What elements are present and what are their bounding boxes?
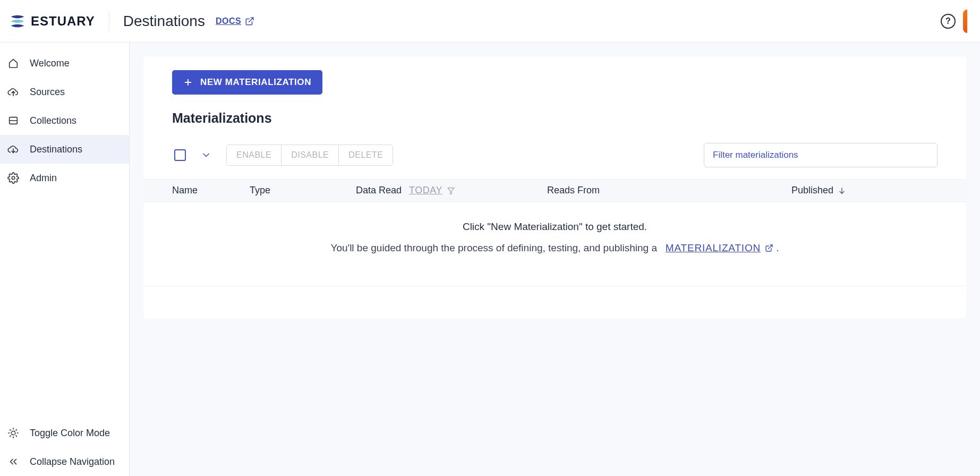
plus-icon (183, 78, 193, 87)
empty-line2b: . (776, 242, 779, 253)
empty-line2a: You'll be guided through the process of … (330, 242, 657, 253)
sidebar-item-collections[interactable]: Collections (0, 106, 129, 135)
avatar[interactable] (963, 10, 967, 33)
svg-line-14 (16, 430, 16, 430)
gear-icon (7, 172, 19, 184)
brand-text: ESTUARY (31, 14, 95, 29)
toggle-color-mode[interactable]: Toggle Color Mode (0, 419, 129, 447)
sidebar-item-label: Welcome (30, 58, 70, 69)
materialization-docs-link[interactable]: MATERIALIZATION (666, 242, 773, 254)
external-link-icon (245, 16, 254, 26)
divider (109, 11, 109, 31)
toggle-color-label: Toggle Color Mode (30, 428, 110, 439)
svg-point-5 (12, 176, 15, 180)
sidebar-item-sources[interactable]: Sources (0, 78, 129, 106)
svg-line-0 (249, 18, 253, 22)
filter-icon (447, 186, 455, 195)
col-published-label: Published (791, 185, 833, 196)
col-name[interactable]: Name (143, 185, 250, 196)
data-read-range-filter[interactable]: TODAY (409, 185, 455, 196)
sidebar-item-welcome[interactable]: Welcome (0, 49, 129, 78)
svg-marker-17 (448, 188, 454, 194)
chevrons-left-icon (7, 456, 19, 468)
sidebar-item-label: Sources (30, 87, 65, 98)
home-icon (7, 57, 19, 69)
logo[interactable]: ESTUARY (10, 13, 95, 29)
svg-line-12 (16, 436, 16, 436)
col-reads-from[interactable]: Reads From (542, 185, 791, 196)
sidebar-item-label: Admin (30, 173, 57, 184)
main-content: NEW MATERIALIZATION Materializations ENA… (130, 42, 980, 476)
materialization-link-label: MATERIALIZATION (666, 242, 761, 254)
sun-icon (7, 427, 19, 439)
bulk-action-group: ENABLE DISABLE DELETE (226, 144, 393, 166)
disable-button[interactable]: DISABLE (281, 145, 338, 165)
data-read-range-label: TODAY (409, 185, 442, 196)
empty-line2: You'll be guided through the process of … (143, 242, 966, 254)
svg-line-11 (10, 430, 11, 430)
docs-link[interactable]: DOCS (216, 16, 254, 26)
page-title: Destinations (123, 13, 205, 30)
sidebar: Welcome Sources (0, 42, 130, 476)
col-type[interactable]: Type (250, 185, 351, 196)
empty-line1: Click "New Materialization" to get start… (143, 221, 966, 233)
table-header: Name Type Data Read TODAY Reads From Pub… (143, 179, 966, 202)
header: ESTUARY Destinations DOCS ? (0, 0, 980, 42)
logo-icon (10, 13, 25, 29)
docs-link-label: DOCS (216, 16, 241, 26)
sidebar-item-label: Collections (30, 115, 76, 126)
empty-state: Click "New Materialization" to get start… (143, 202, 966, 286)
delete-button[interactable]: DELETE (338, 145, 393, 165)
cloud-down-icon (7, 143, 19, 155)
new-button-label: NEW MATERIALIZATION (200, 77, 311, 88)
col-data-read-label: Data Read (356, 185, 402, 196)
database-icon (7, 115, 19, 126)
sidebar-item-label: Destinations (30, 144, 82, 155)
collapse-nav-label: Collapse Navigation (30, 456, 115, 468)
sort-down-icon (838, 186, 846, 195)
collapse-navigation[interactable]: Collapse Navigation (0, 447, 129, 476)
sidebar-item-destinations[interactable]: Destinations (0, 135, 129, 164)
select-all-checkbox[interactable] (174, 149, 186, 161)
table-toolbar: ENABLE DISABLE DELETE (172, 143, 938, 167)
help-button[interactable]: ? (941, 14, 956, 29)
materializations-card: NEW MATERIALIZATION Materializations ENA… (143, 56, 966, 318)
col-published[interactable]: Published (791, 185, 966, 196)
sidebar-item-admin[interactable]: Admin (0, 164, 129, 192)
svg-point-6 (11, 431, 15, 435)
filter-input[interactable] (704, 143, 938, 167)
section-title: Materializations (172, 110, 938, 126)
svg-line-19 (769, 245, 772, 249)
external-link-icon (765, 244, 773, 252)
enable-button[interactable]: ENABLE (227, 145, 281, 165)
cloud-up-icon (7, 86, 19, 98)
col-data-read[interactable]: Data Read TODAY (351, 185, 542, 196)
svg-line-13 (10, 436, 11, 436)
new-materialization-button[interactable]: NEW MATERIALIZATION (172, 70, 322, 95)
select-menu-chevron[interactable] (201, 150, 211, 160)
